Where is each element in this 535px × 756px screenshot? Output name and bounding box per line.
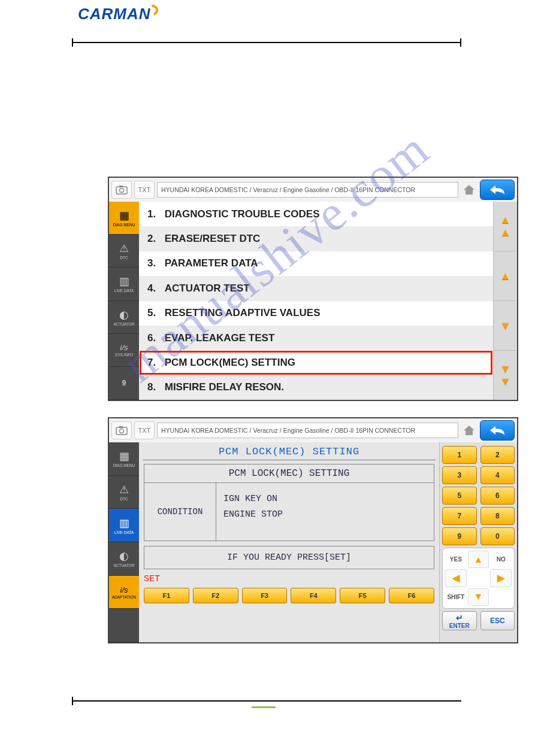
txt-icon[interactable]: TXT bbox=[134, 421, 155, 439]
warning-icon: ⚠ bbox=[119, 242, 129, 255]
sidebar-label: LIVE DATA bbox=[114, 530, 134, 535]
sidebar-sysinfo[interactable]: i/sSYS.INFO bbox=[109, 334, 139, 367]
yes-button[interactable]: YES bbox=[445, 551, 467, 568]
sidebar-dtc[interactable]: ⚠DTC bbox=[109, 235, 139, 268]
f2-button[interactable]: F2 bbox=[193, 588, 238, 603]
camera-icon[interactable] bbox=[111, 421, 132, 439]
set-label: SET bbox=[143, 569, 436, 587]
sidebar-actuator[interactable]: ◐ACTUATOR bbox=[109, 542, 139, 576]
logo-text: CARMAN bbox=[78, 5, 151, 23]
footer-rule bbox=[72, 700, 461, 702]
breadcrumb-path: HYUNDAI KOREA DOMESTIC / Veracruz / Engi… bbox=[157, 182, 458, 198]
screen-title: PCM LOCK(MEC) SETTING bbox=[143, 445, 436, 460]
home-icon[interactable] bbox=[461, 182, 477, 198]
screenshot-pcm-lock: TXT HYUNDAI KOREA DOMESTIC / Veracruz / … bbox=[108, 417, 518, 643]
carman-logo: CARMAN bbox=[78, 5, 158, 23]
condition-panel: PCM LOCK(MEC) SETTING CONDITION IGN KEY … bbox=[144, 464, 434, 541]
menu-item-7-highlighted[interactable]: 7. PCM LOCK(MEC) SETTING bbox=[139, 350, 493, 375]
menu-item-6[interactable]: 6. EVAP. LEAKAGE TEST bbox=[139, 326, 493, 350]
key-3[interactable]: 3 bbox=[442, 466, 477, 484]
key-2[interactable]: 2 bbox=[480, 446, 515, 464]
sidebar-live-data[interactable]: ▥LIVE DATA bbox=[109, 268, 139, 300]
dpad-center bbox=[468, 569, 489, 587]
sidebar-label: 9 bbox=[122, 379, 126, 387]
is-icon: i/s bbox=[120, 343, 128, 352]
f4-button[interactable]: F4 bbox=[291, 588, 336, 603]
key-5[interactable]: 5 bbox=[442, 487, 477, 505]
gauge-icon: ◐ bbox=[119, 308, 129, 321]
key-8[interactable]: 8 bbox=[480, 507, 515, 525]
scroll-top-icon[interactable]: ▲▲ bbox=[494, 202, 517, 251]
menu-item-1[interactable]: 1. DIAGNOSTIC TROUBLE CODES bbox=[139, 202, 493, 226]
sidebar-live-data[interactable]: ▥LIVE DATA bbox=[109, 509, 139, 542]
sidebar-label: ACTUATOR bbox=[113, 322, 134, 326]
key-6[interactable]: 6 bbox=[480, 487, 515, 505]
condition-label: CONDITION bbox=[144, 483, 216, 541]
sidebar-diag-menu[interactable]: ▦DIAG MENU bbox=[109, 202, 139, 235]
back-button[interactable] bbox=[480, 420, 515, 441]
sidebar-page-number[interactable]: 9 bbox=[109, 367, 139, 400]
svg-rect-5 bbox=[119, 426, 123, 428]
f6-button[interactable]: F6 bbox=[389, 588, 434, 603]
svg-rect-2 bbox=[119, 186, 123, 187]
sidebar-label: LIVE DATA bbox=[114, 289, 134, 293]
header-rule bbox=[72, 42, 461, 43]
arrow-down-icon[interactable]: ▼ bbox=[468, 588, 489, 606]
txt-icon[interactable]: TXT bbox=[134, 181, 155, 199]
sidebar-label: DTC bbox=[120, 256, 128, 260]
key-4[interactable]: 4 bbox=[480, 466, 515, 484]
sidebar-actuator[interactable]: ◐ACTUATOR bbox=[109, 301, 139, 334]
menu-list: 1. DIAGNOSTIC TROUBLE CODES 2. ERASE/RES… bbox=[139, 202, 493, 400]
key-1[interactable]: 1 bbox=[442, 446, 477, 464]
prompt-text: IF YOU READY PRESS[SET] bbox=[144, 546, 434, 569]
menu-item-8[interactable]: 8. MISFIRE DELAY RESON. bbox=[139, 375, 493, 400]
scroll-up-icon[interactable]: ▲ bbox=[494, 251, 517, 301]
no-button[interactable]: NO bbox=[490, 551, 512, 568]
sidebar-label: ADAPTATION bbox=[112, 595, 137, 599]
sidebar-blank bbox=[109, 609, 139, 642]
is-icon: i/s bbox=[120, 585, 128, 594]
menu-item-3[interactable]: 3. PARAMETER DATA bbox=[139, 251, 493, 276]
sidebar-label: DIAG MENU bbox=[113, 223, 135, 227]
sidebar-label: DTC bbox=[120, 497, 128, 501]
breadcrumb-path: HYUNDAI KOREA DOMESTIC / Veracruz / Engi… bbox=[157, 423, 458, 438]
chart-icon: ▥ bbox=[119, 517, 129, 530]
svg-point-1 bbox=[120, 189, 124, 193]
function-keys: F1 F2 F3 F4 F5 F6 bbox=[143, 587, 436, 607]
key-0[interactable]: 0 bbox=[480, 527, 515, 545]
back-button[interactable] bbox=[480, 180, 515, 200]
topbar: TXT HYUNDAI KOREA DOMESTIC / Veracruz / … bbox=[109, 178, 517, 202]
panel-heading: PCM LOCK(MEC) SETTING bbox=[144, 464, 434, 483]
sidebar: ▦DIAG MENU ⚠DTC ▥LIVE DATA ◐ACTUATOR i/s… bbox=[109, 442, 139, 642]
menu-item-2[interactable]: 2. ERASE/RESET DTC bbox=[139, 226, 493, 251]
chart-icon: ▥ bbox=[119, 275, 129, 288]
shift-button[interactable]: SHIFT bbox=[445, 588, 467, 606]
arrow-right-icon[interactable]: ▶ bbox=[490, 569, 512, 587]
sidebar-adaptation[interactable]: i/sADAPTATION bbox=[109, 576, 139, 609]
warning-icon: ⚠ bbox=[119, 483, 129, 496]
f5-button[interactable]: F5 bbox=[340, 588, 385, 603]
condition-values: IGN KEY ON ENGINE STOP bbox=[216, 483, 434, 541]
f3-button[interactable]: F3 bbox=[242, 588, 288, 603]
f1-button[interactable]: F1 bbox=[144, 588, 189, 603]
condition-line-1: IGN KEY ON bbox=[223, 491, 427, 507]
menu-item-4[interactable]: 4. ACTUATOR TEST bbox=[139, 276, 493, 300]
arrow-left-icon[interactable]: ◀ bbox=[445, 569, 467, 587]
scroll-down-icon[interactable]: ▼ bbox=[494, 301, 517, 351]
page-dash bbox=[252, 706, 276, 708]
dpad-blank bbox=[490, 588, 512, 606]
sidebar-dtc[interactable]: ⚠DTC bbox=[109, 476, 139, 509]
arrow-up-icon[interactable]: ▲ bbox=[468, 551, 489, 568]
camera-icon[interactable] bbox=[111, 181, 132, 199]
scroll-bottom-icon[interactable]: ▼▼ bbox=[494, 351, 517, 400]
enter-button[interactable]: ↵ENTER bbox=[442, 611, 477, 630]
scroll-bar: ▲▲ ▲ ▼ ▼▼ bbox=[493, 202, 517, 400]
menu-item-5[interactable]: 5. RESETTING ADAPTIVE VALUES bbox=[139, 301, 493, 326]
key-9[interactable]: 9 bbox=[442, 527, 477, 545]
home-icon[interactable] bbox=[461, 423, 477, 438]
keypad: 12 34 56 78 90 YES ▲ NO ◀ ▶ SHIFT ▼ ↵ENT… bbox=[439, 442, 517, 642]
key-7[interactable]: 7 bbox=[442, 507, 477, 525]
sidebar-diag-menu[interactable]: ▦DIAG MENU bbox=[109, 442, 139, 476]
sidebar: ▦DIAG MENU ⚠DTC ▥LIVE DATA ◐ACTUATOR i/s… bbox=[109, 202, 139, 400]
esc-button[interactable]: ESC bbox=[480, 611, 515, 630]
